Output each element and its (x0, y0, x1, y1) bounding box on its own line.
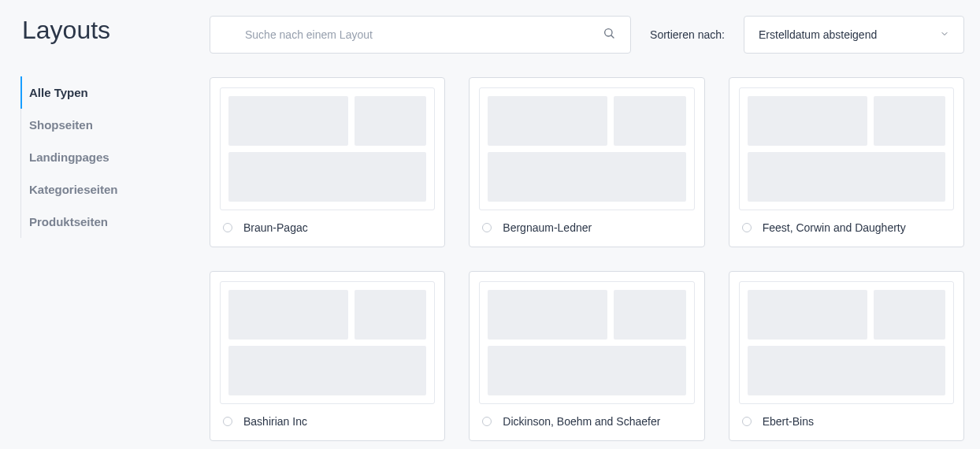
layout-name: Dickinson, Boehm and Schaefer (503, 415, 660, 428)
layout-name: Feest, Corwin and Daugherty (763, 221, 906, 234)
layout-name: Bergnaum-Ledner (503, 221, 592, 234)
preview-block (488, 152, 685, 202)
page-title: Layouts (20, 16, 194, 45)
layout-card[interactable]: Ebert-Bins (729, 271, 964, 441)
layout-name: Braun-Pagac (243, 221, 308, 234)
preview-block (614, 290, 685, 340)
layout-preview (479, 281, 694, 404)
layout-preview (739, 87, 954, 210)
radio-icon[interactable] (223, 223, 232, 232)
preview-block (228, 346, 426, 395)
preview-block (874, 96, 945, 146)
preview-block (488, 96, 607, 146)
layout-preview (739, 281, 954, 404)
sidebar: Layouts Alle Typen Shopseiten Landingpag… (20, 16, 210, 433)
type-nav: Alle Typen Shopseiten Landingpages Kateg… (20, 76, 194, 238)
radio-icon[interactable] (742, 417, 752, 426)
card-footer: Dickinson, Boehm and Schaefer (479, 404, 694, 431)
search-input[interactable] (210, 16, 631, 54)
card-footer: Feest, Corwin and Daugherty (739, 210, 954, 237)
layout-card[interactable]: Dickinson, Boehm and Schaefer (469, 271, 704, 441)
chevron-down-icon (940, 28, 949, 41)
preview-block (748, 96, 867, 146)
preview-block (488, 290, 607, 340)
layout-name: Bashirian Inc (243, 415, 307, 428)
preview-block (748, 290, 867, 340)
search-wrap (210, 16, 631, 54)
sort-label: Sortieren nach: (650, 28, 725, 41)
preview-block (488, 346, 685, 395)
sidebar-item-product-pages[interactable]: Produktseiten (21, 206, 194, 238)
layout-card[interactable]: Bergnaum-Ledner (469, 77, 704, 247)
radio-icon[interactable] (482, 417, 492, 426)
card-footer: Braun-Pagac (220, 210, 435, 237)
preview-block (748, 152, 945, 202)
radio-icon[interactable] (223, 417, 232, 426)
sort-value: Erstelldatum absteigend (759, 28, 877, 41)
layout-card[interactable]: Feest, Corwin and Daugherty (729, 77, 964, 247)
card-footer: Bashirian Inc (220, 404, 435, 431)
toolbar: Sortieren nach: Erstelldatum absteigend (210, 16, 964, 54)
sort-select[interactable]: Erstelldatum absteigend (744, 16, 964, 54)
layout-card[interactable]: Braun-Pagac (210, 77, 445, 247)
layout-preview (220, 281, 435, 404)
card-footer: Bergnaum-Ledner (479, 210, 694, 237)
card-footer: Ebert-Bins (739, 404, 954, 431)
layout-preview (220, 87, 435, 210)
preview-block (874, 290, 945, 340)
layout-card[interactable]: Bashirian Inc (210, 271, 445, 441)
layout-name: Ebert-Bins (763, 415, 814, 428)
preview-block (228, 96, 348, 146)
preview-block (355, 96, 426, 146)
preview-block (614, 96, 685, 146)
preview-block (228, 152, 426, 202)
layout-preview (479, 87, 694, 210)
main-content: Sortieren nach: Erstelldatum absteigend (210, 16, 964, 433)
layout-grid: Braun-Pagac Bergnaum-Ledner (210, 77, 964, 441)
sidebar-item-category-pages[interactable]: Kategorieseiten (21, 173, 194, 206)
preview-block (748, 346, 945, 395)
preview-block (355, 290, 426, 340)
sidebar-item-all-types[interactable]: Alle Typen (21, 76, 194, 109)
sidebar-item-shop-pages[interactable]: Shopseiten (21, 109, 194, 141)
radio-icon[interactable] (742, 223, 752, 232)
radio-icon[interactable] (482, 223, 492, 232)
preview-block (228, 290, 348, 340)
sidebar-item-landing-pages[interactable]: Landingpages (21, 141, 194, 173)
